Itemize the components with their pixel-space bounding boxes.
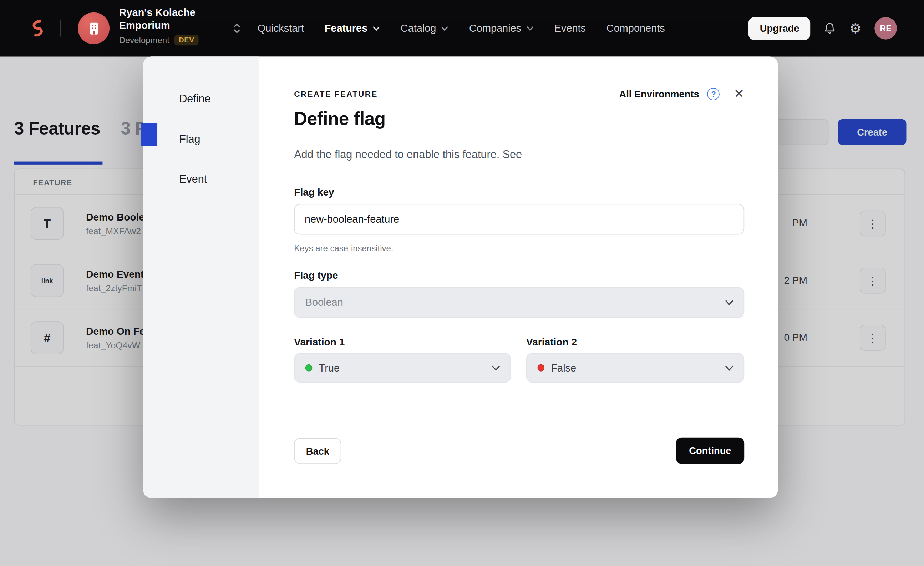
chevron-down-icon (725, 362, 734, 374)
app-window: Ryan's Kolache Emporium Development DEV … (0, 0, 924, 566)
variation1-value: True (319, 362, 340, 374)
modal-title: Define flag (294, 108, 385, 129)
modal-footer: Back Continue (294, 437, 744, 464)
flag-type-select[interactable]: Boolean (294, 287, 744, 318)
flag-type-value: Boolean (305, 296, 343, 309)
variation1-label: Variation 1 (294, 336, 345, 348)
chevron-down-icon (372, 26, 380, 31)
chevron-down-icon (725, 296, 734, 309)
org-switcher[interactable]: Ryan's Kolache Emporium Development DEV (119, 6, 225, 45)
variation1-select[interactable]: True (294, 353, 511, 383)
nav-quickstart[interactable]: Quickstart (258, 22, 304, 35)
navbar-divider (60, 20, 61, 36)
chevron-down-icon (441, 26, 448, 31)
nav-events[interactable]: Events (554, 22, 586, 35)
flag-key-input[interactable] (294, 204, 744, 235)
close-icon[interactable]: ✕ (734, 87, 744, 101)
flag-key-helper: Keys are case-insensitive. (294, 243, 393, 253)
back-button[interactable]: Back (294, 438, 341, 464)
flags-tab-highlight (141, 123, 158, 146)
flag-key-label: Flag key (294, 187, 334, 199)
variation2-label: Variation 2 (526, 336, 577, 348)
env-dev-badge: DEV (175, 35, 198, 45)
brand-logo-icon[interactable] (27, 18, 48, 39)
step-define[interactable]: Define (179, 92, 210, 105)
navbar-right-cluster: Upgrade ⚙ RE (748, 0, 897, 57)
nav-components[interactable]: Components (606, 22, 665, 35)
variation2-select[interactable]: False (526, 353, 744, 383)
bell-icon[interactable] (824, 22, 836, 35)
false-dot-icon (537, 364, 544, 371)
top-navbar: Ryan's Kolache Emporium Development DEV … (0, 0, 924, 57)
nav-features[interactable]: Features (325, 22, 380, 35)
environments-label: All Environments (620, 88, 699, 99)
create-feature-modal: Define Flag Event CREATE FEATURE All Env… (143, 57, 778, 498)
help-icon[interactable]: ? (708, 87, 720, 100)
step-event[interactable]: Event (179, 173, 207, 186)
variation2-value: False (551, 362, 576, 374)
user-avatar[interactable]: RE (874, 17, 897, 40)
modal-content: CREATE FEATURE All Environments ? ✕ Defi… (294, 57, 744, 498)
continue-button[interactable]: Continue (676, 437, 744, 464)
primary-nav: Quickstart Features Catalog Companies Ev… (258, 0, 665, 57)
gear-icon[interactable]: ⚙ (849, 21, 862, 35)
nav-catalog[interactable]: Catalog (400, 22, 448, 35)
chevron-down-icon (492, 362, 501, 374)
org-name: Ryan's Kolache Emporium (119, 6, 213, 33)
modal-steps-sidebar: Define Flag Event (143, 57, 259, 498)
upgrade-button[interactable]: Upgrade (748, 17, 810, 40)
step-flag[interactable]: Flag (179, 133, 200, 146)
modal-eyebrow: CREATE FEATURE (294, 89, 378, 98)
chevron-down-icon (526, 26, 533, 31)
modal-subtitle: Add the flag needed to enable this featu… (294, 148, 522, 161)
true-dot-icon (305, 364, 312, 371)
nav-companies[interactable]: Companies (469, 22, 534, 35)
org-switcher-chevrons-icon[interactable] (232, 23, 242, 37)
org-avatar[interactable] (78, 12, 110, 44)
environment-label: Development (119, 35, 170, 45)
flag-type-label: Flag type (294, 270, 338, 282)
